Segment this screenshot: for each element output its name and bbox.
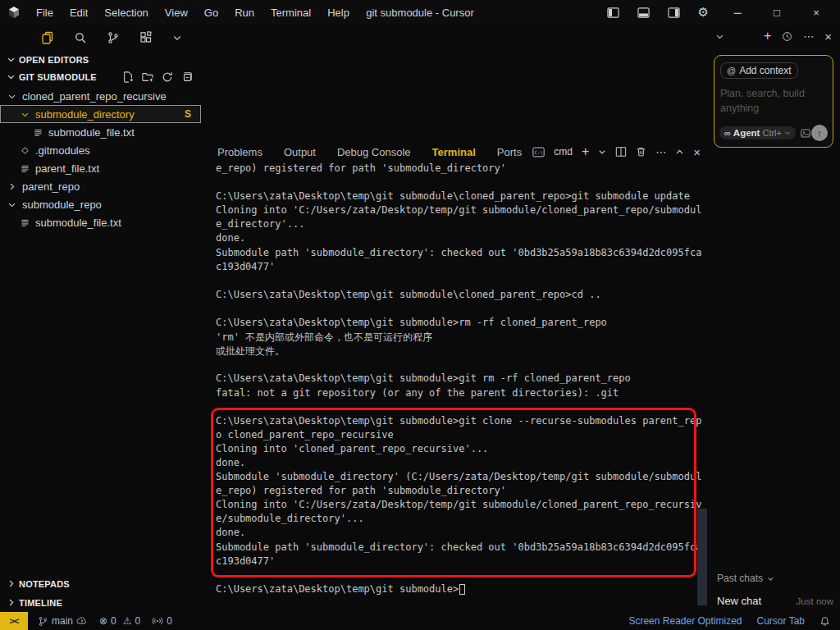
terminal-line: Cloning into 'C:/Users/zata/Desktop/temp…	[216, 499, 697, 513]
source-control-icon[interactable]	[107, 31, 120, 44]
new-folder-icon[interactable]	[142, 71, 153, 83]
terminal-line: C:\Users\zata\Desktop\temp\git submodule…	[216, 583, 697, 597]
tree-item-parent_repo[interactable]: parent_repo	[0, 177, 201, 195]
refresh-icon[interactable]	[162, 71, 173, 83]
split-terminal-icon[interactable]	[615, 146, 627, 158]
minimize-button[interactable]: ─	[727, 7, 748, 19]
remote-indicator[interactable]: ><	[0, 612, 28, 630]
tree-item-submodule_file.txt[interactable]: submodule_file.txt	[0, 213, 201, 231]
panel-tab-bar: ProblemsOutputDebug ConsoleTerminalPorts…	[201, 141, 709, 162]
tree-item-cloned_parent_repo_recursive[interactable]: cloned_parent_repo_recursive	[0, 87, 201, 105]
menu-terminal[interactable]: Terminal	[262, 3, 319, 22]
warning-count: 0	[135, 615, 141, 627]
tab-output[interactable]: Output	[284, 146, 316, 158]
kill-terminal-icon[interactable]	[636, 146, 646, 158]
menu-bar: FileEditSelectionViewGoRunTerminalHelp	[28, 3, 358, 22]
attach-image-icon[interactable]	[800, 128, 811, 139]
chevron-right-icon	[7, 598, 16, 607]
search-icon[interactable]	[74, 31, 87, 44]
terminal-line: o cloned_parent_repo_recursive	[216, 429, 697, 443]
chevron-down-icon	[18, 110, 31, 119]
terminal-dropdown-icon[interactable]	[598, 148, 606, 156]
toggle-right-panel-icon[interactable]	[668, 7, 680, 19]
terminal-line	[216, 401, 697, 415]
collapse-all-icon[interactable]	[181, 71, 193, 83]
chevron-down-icon	[767, 575, 774, 582]
terminal-line: C:\Users\zata\Desktop\temp\git submodule…	[216, 317, 697, 331]
chat-close-icon[interactable]: ×	[824, 30, 832, 43]
tree-item-submodule_directory[interactable]: submodule_directoryS	[0, 105, 201, 123]
notifications-bell-icon[interactable]	[819, 616, 830, 627]
chat-panel: + ⋯ × @ Add context Plan, search, build …	[709, 25, 840, 612]
shell-label: cmd	[554, 146, 573, 158]
terminal-line	[216, 358, 697, 372]
terminal-output[interactable]: e_repo) registered for path 'submodule_d…	[216, 162, 697, 597]
git-branch-status[interactable]: main	[38, 615, 88, 627]
tree-item-submodule_file.txt[interactable]: submodule_file.txt	[0, 123, 201, 141]
tree-item-parent_file.txt[interactable]: parent_file.txt	[0, 159, 201, 177]
settings-gear-icon[interactable]: ⚙	[698, 5, 709, 20]
terminal-line: Submodule path 'submodule_directory': ch…	[216, 247, 697, 261]
agent-label: Agent	[733, 128, 760, 138]
menu-view[interactable]: View	[157, 3, 196, 22]
ports-count: 0	[167, 615, 172, 627]
more-actions-icon[interactable]: ⋯	[655, 147, 666, 158]
cursor-tab-status[interactable]: Cursor Tab	[757, 615, 805, 627]
menu-selection[interactable]: Selection	[96, 3, 156, 22]
chat-list-item[interactable]: New chat Just now	[717, 595, 833, 607]
tree-item-label: .gitmodules	[35, 144, 89, 157]
menu-run[interactable]: Run	[226, 3, 262, 22]
chat-more-icon[interactable]: ⋯	[803, 30, 814, 43]
agent-mode-selector[interactable]: ∞ Agent Ctrl+	[719, 126, 796, 139]
toggle-left-panel-icon[interactable]	[607, 7, 619, 19]
screen-reader-status[interactable]: Screen Reader Optimized	[628, 615, 742, 627]
tab-terminal[interactable]: Terminal	[432, 146, 476, 158]
chat-tab-chevron-icon[interactable]	[715, 32, 724, 41]
timeline-section[interactable]: TIMELINE	[0, 593, 201, 612]
explorer-icon[interactable]	[41, 31, 54, 44]
menu-edit[interactable]: Edit	[62, 3, 96, 22]
menu-file[interactable]: File	[28, 3, 62, 22]
tree-item-submodule_repo[interactable]: submodule_repo	[0, 195, 201, 213]
tree-item-.gitmodules[interactable]: .gitmodules	[0, 141, 201, 159]
title-bar: FileEditSelectionViewGoRunTerminalHelp g…	[0, 0, 840, 25]
chevron-down-icon[interactable]	[172, 33, 182, 43]
svg-text:C:\: C:\	[535, 150, 544, 155]
branch-name: main	[52, 615, 73, 627]
menu-help[interactable]: Help	[319, 3, 358, 22]
close-button[interactable]: ×	[806, 7, 827, 19]
add-context-chip[interactable]: @ Add context	[720, 62, 798, 79]
terminal-line: fatal: not a git repository (or any of t…	[216, 387, 697, 401]
notepads-section[interactable]: NOTEPADS	[0, 574, 201, 593]
tab-ports[interactable]: Ports	[497, 146, 522, 158]
terminal-line: e_repo) registered for path 'submodule_d…	[216, 162, 697, 176]
tree-item-label: parent_repo	[22, 180, 80, 193]
chat-item-title: New chat	[717, 595, 761, 607]
tab-problems[interactable]: Problems	[217, 146, 262, 158]
open-editors-section[interactable]: OPEN EDITORS	[0, 51, 201, 68]
workspace-section[interactable]: GIT SUBMODULE	[0, 68, 201, 85]
send-button[interactable]: ↑	[811, 125, 828, 141]
new-chat-icon[interactable]: +	[764, 29, 771, 43]
maximize-button[interactable]: □	[766, 7, 788, 19]
terminal-line: 或批处理文件。	[216, 345, 697, 358]
problems-status[interactable]: ⊗ 0 ⚠ 0	[99, 615, 140, 627]
maximize-panel-icon[interactable]	[675, 148, 684, 157]
toggle-bottom-panel-icon[interactable]	[637, 7, 650, 19]
chat-history-icon[interactable]	[782, 31, 792, 42]
workspace-label: GIT SUBMODULE	[19, 72, 97, 82]
extensions-icon[interactable]	[139, 31, 153, 44]
close-panel-icon[interactable]: ×	[693, 146, 701, 158]
ports-status[interactable]: 0	[152, 615, 172, 627]
terminal-line: C:\Users\zata\Desktop\temp\git submodule…	[216, 372, 697, 386]
past-chats-toggle[interactable]: Past chats	[717, 573, 833, 584]
new-terminal-button[interactable]: +	[582, 145, 589, 158]
sidebar-toolbar	[0, 25, 201, 51]
menu-go[interactable]: Go	[196, 3, 226, 22]
tab-debug-console[interactable]: Debug Console	[337, 146, 411, 158]
new-file-icon[interactable]	[122, 71, 134, 83]
terminal-scrollbar[interactable]	[697, 509, 707, 605]
terminal-line: c193d0477'	[216, 261, 697, 275]
chat-input-box[interactable]: @ Add context Plan, search, build anythi…	[714, 55, 833, 148]
terminal-line	[216, 275, 697, 289]
